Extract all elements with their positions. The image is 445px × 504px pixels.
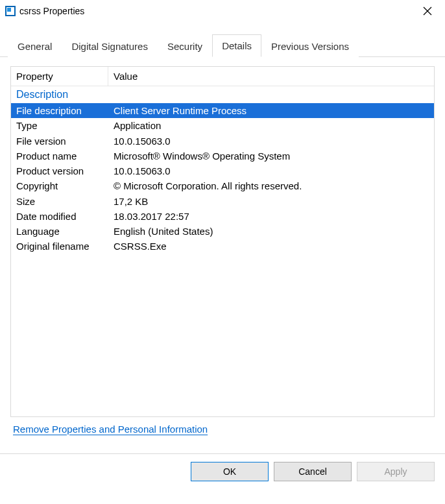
ok-button[interactable]: OK — [191, 462, 269, 481]
column-header-property[interactable]: Property — [11, 67, 108, 86]
remove-properties-link[interactable]: Remove Properties and Personal Informati… — [13, 424, 208, 435]
table-row[interactable]: Product version 10.0.15063.0 — [11, 163, 434, 178]
window-title: csrss Properties — [19, 6, 84, 16]
property-value: 10.0.15063.0 — [108, 134, 434, 149]
tabstrip: General Digital Signatures Security Deta… — [0, 22, 445, 57]
titlebar-left: csrss Properties — [5, 6, 84, 16]
column-header-value[interactable]: Value — [108, 67, 434, 86]
property-name: Product name — [11, 149, 108, 163]
apply-button[interactable]: Apply — [357, 462, 435, 481]
table-row[interactable]: Product name Microsoft® Windows® Operati… — [11, 149, 434, 163]
tab-general[interactable]: General — [8, 35, 62, 57]
tab-details[interactable]: Details — [212, 34, 261, 57]
table-row[interactable]: Size 17,2 KB — [11, 194, 434, 209]
property-name: Product version — [11, 163, 108, 178]
property-name: Type — [11, 118, 108, 133]
table-row[interactable]: Copyright © Microsoft Corporation. All r… — [11, 178, 434, 193]
property-name: File version — [11, 134, 108, 149]
property-value: Microsoft® Windows® Operating System — [108, 149, 434, 163]
grid-body: File description Client Server Runtime P… — [11, 103, 434, 416]
table-row[interactable]: File version 10.0.15063.0 — [11, 134, 434, 149]
app-icon — [5, 6, 16, 16]
section-description: Description — [11, 86, 434, 103]
titlebar: csrss Properties — [0, 0, 445, 22]
table-row[interactable]: Date modified 18.03.2017 22:57 — [11, 209, 434, 224]
property-name: Original filename — [11, 239, 108, 254]
property-value: English (United States) — [108, 224, 434, 239]
cancel-button[interactable]: Cancel — [274, 462, 352, 481]
tab-previous-versions[interactable]: Previous Versions — [261, 35, 359, 57]
table-row[interactable]: Type Application — [11, 118, 434, 133]
table-row[interactable]: File description Client Server Runtime P… — [11, 103, 434, 118]
table-row[interactable]: Language English (United States) — [11, 224, 434, 239]
property-name: Size — [11, 194, 108, 209]
property-value: 18.03.2017 22:57 — [108, 209, 434, 224]
grid-header: Property Value — [11, 67, 434, 86]
tab-security[interactable]: Security — [158, 35, 212, 57]
tab-content: Property Value Description File descript… — [0, 57, 445, 444]
property-name: File description — [11, 103, 108, 118]
grid-spacer — [11, 254, 434, 416]
link-row: Remove Properties and Personal Informati… — [10, 417, 435, 437]
property-value: © Microsoft Corporation. All rights rese… — [108, 178, 434, 193]
property-name: Copyright — [11, 178, 108, 193]
property-name: Language — [11, 224, 108, 239]
property-name: Date modified — [11, 209, 108, 224]
properties-grid: Property Value Description File descript… — [10, 66, 435, 417]
close-button[interactable] — [418, 3, 437, 19]
property-value: Client Server Runtime Process — [108, 103, 434, 118]
table-row[interactable]: Original filename CSRSS.Exe — [11, 239, 434, 254]
button-bar: OK Cancel Apply — [0, 453, 445, 481]
close-icon — [423, 6, 432, 16]
tab-digital-signatures[interactable]: Digital Signatures — [62, 35, 158, 57]
property-value: Application — [108, 118, 434, 133]
property-value: 17,2 KB — [108, 194, 434, 209]
property-value: 10.0.15063.0 — [108, 163, 434, 178]
property-value: CSRSS.Exe — [108, 239, 434, 254]
